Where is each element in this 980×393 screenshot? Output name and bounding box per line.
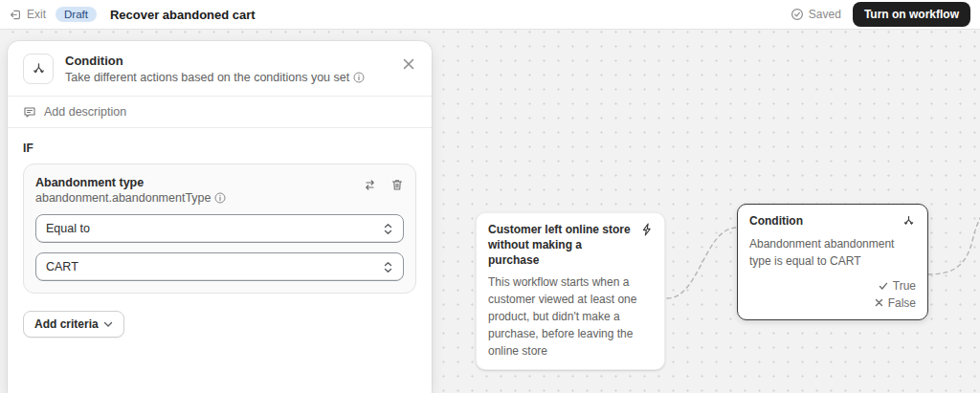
add-description-label: Add description: [44, 105, 126, 119]
replace-variable-button[interactable]: [363, 178, 377, 192]
operator-select[interactable]: Equal to: [35, 214, 404, 243]
lightning-icon: [640, 223, 653, 236]
turn-on-workflow-button[interactable]: Turn on workflow: [853, 2, 970, 27]
close-panel-button[interactable]: [401, 56, 416, 72]
check-circle-icon: [791, 8, 804, 21]
top-bar-left: Exit Draft Recover abandoned cart: [10, 7, 256, 22]
close-icon: [403, 58, 414, 70]
info-icon[interactable]: [353, 72, 365, 83]
panel-header-text: Condition Take different actions based o…: [65, 54, 365, 84]
panel-subtitle: Take different actions based on the cond…: [65, 71, 349, 84]
exit-button[interactable]: Exit: [10, 8, 46, 21]
top-bar: Exit Draft Recover abandoned cart Saved …: [0, 0, 980, 30]
swap-icon: [363, 178, 377, 192]
output-false[interactable]: False: [875, 296, 916, 310]
saved-status: Saved: [791, 8, 841, 21]
condition-config-panel: Condition Take different actions based o…: [8, 41, 432, 393]
connector-condition-true-out: [928, 196, 980, 274]
add-criteria-label: Add criteria: [34, 317, 99, 331]
trash-icon: [390, 178, 404, 192]
operator-selected-value: Equal to: [46, 222, 90, 235]
condition-outputs: True False: [749, 279, 916, 310]
select-caret-icon: [383, 261, 393, 273]
criteria-card: Abandonment type abandonment.abandonment…: [23, 164, 416, 294]
saved-label: Saved: [809, 8, 841, 21]
comment-edit-icon: [23, 105, 36, 119]
criteria-actions: [363, 176, 404, 192]
condition-node-title: Condition: [749, 214, 894, 229]
trigger-node-title: Customer left online store without makin…: [488, 223, 633, 268]
delete-criteria-button[interactable]: [390, 178, 404, 192]
workflow-title: Recover abandoned cart: [110, 8, 256, 22]
status-badge: Draft: [56, 7, 97, 22]
criteria-field-label: Abandonment type: [35, 176, 363, 189]
condition-branch-icon: [23, 54, 54, 84]
output-true-label: True: [893, 279, 916, 293]
exit-icon: [10, 9, 22, 21]
trigger-node-description: This workflow starts when a customer vie…: [488, 273, 653, 360]
criteria-field-path: abandonment.abandonmentType: [35, 191, 211, 205]
condition-node-summary: Abandonment abandonment type is equal to…: [749, 235, 916, 270]
chevron-down-icon: [103, 321, 113, 328]
criteria-header: Abandonment type abandonment.abandonment…: [35, 176, 404, 205]
x-icon: [875, 298, 883, 307]
output-false-label: False: [888, 296, 916, 310]
connector-trigger-to-condition: [667, 228, 737, 298]
condition-node-header: Condition: [749, 214, 916, 229]
panel-title: Condition: [65, 54, 365, 69]
top-bar-right: Saved Turn on workflow: [791, 2, 970, 27]
info-icon[interactable]: [214, 192, 226, 204]
value-selected-value: CART: [46, 260, 78, 273]
check-icon: [879, 281, 888, 291]
add-description-button[interactable]: Add description: [8, 97, 432, 127]
criteria-field: Abandonment type abandonment.abandonment…: [35, 176, 363, 205]
value-select[interactable]: CART: [35, 252, 404, 281]
panel-header: Condition Take different actions based o…: [8, 41, 432, 96]
select-caret-icon: [383, 223, 393, 235]
trigger-node[interactable]: Customer left online store without makin…: [476, 212, 665, 370]
trigger-node-header: Customer left online store without makin…: [488, 223, 653, 268]
output-true[interactable]: True: [879, 279, 916, 293]
if-label: IF: [8, 128, 432, 164]
exit-label: Exit: [27, 8, 46, 21]
add-criteria-button[interactable]: Add criteria: [23, 311, 124, 338]
condition-node[interactable]: Condition Abandonment abandonment type i…: [737, 204, 928, 320]
branch-icon: [902, 214, 916, 229]
